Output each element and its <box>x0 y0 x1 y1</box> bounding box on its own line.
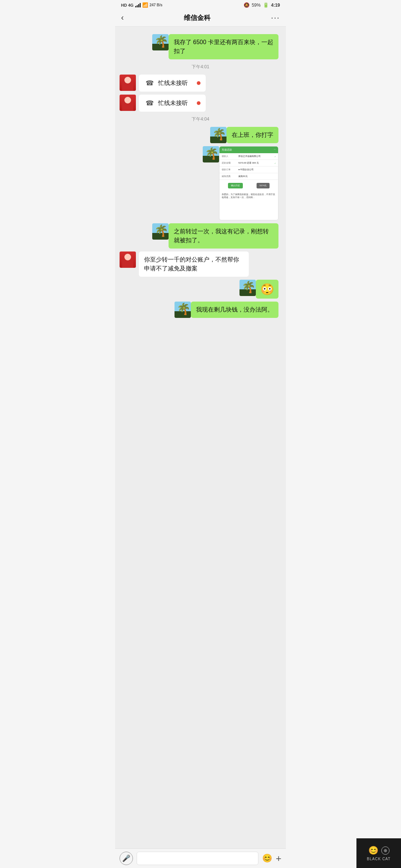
signal-bars <box>135 3 141 7</box>
message-row: 你至少转一千的对公账户，不然帮你申请不了减免及撤案 <box>120 251 281 277</box>
data-speed: 247 B/s <box>150 3 163 7</box>
screenshot-row: 借款订单 ● 中国企业公司 <box>219 167 278 173</box>
battery-icon: 🔋 <box>263 2 269 8</box>
emoji-button[interactable]: 😊 <box>262 854 272 863</box>
emoji-message: 😳 <box>256 280 278 299</box>
timestamp: 下午4:01 <box>120 64 281 70</box>
status-left: HD 4G 📶 247 B/s <box>121 2 163 8</box>
screenshot-row: 减免优惠 减免50元 <box>219 173 278 180</box>
message-bubble-sent: 在上班，你打字 <box>226 127 278 143</box>
status-right: 🔕 59% 🔋 4:19 <box>244 2 280 8</box>
message-input[interactable] <box>137 852 258 865</box>
avatar <box>203 146 219 162</box>
call-bubble: ☎ 忙线未接听 <box>139 75 206 92</box>
message-bubble-sent: 我存了 6500 卡里还有两百来块，一起扣了 <box>169 34 278 59</box>
back-button[interactable]: ‹ <box>121 13 124 23</box>
message-bubble-sent: 我现在剩几块钱，没办法阿。 <box>191 302 278 318</box>
battery-label: 59% <box>252 3 261 8</box>
phone-icon: ☎ <box>146 99 154 107</box>
call-text: 忙线未接听 <box>158 79 188 87</box>
avatar <box>175 302 191 318</box>
wifi-icon: 📶 <box>142 2 148 8</box>
message-row: 😳 <box>120 280 281 299</box>
message-row: 在上班，你打字 <box>120 127 281 143</box>
call-bubble: ☎ 忙线未接听 <box>139 95 206 112</box>
message-bubble-sent: 之前转过一次，我这有记录，刚想转就被扣了。 <box>169 223 278 249</box>
bottom-bar: 🎤 😊 + <box>115 848 286 868</box>
message-text: 在上班，你打字 <box>232 132 273 138</box>
screenshot-row: 还款金额 5373.00 还需 300 元 ✓ <box>219 160 278 167</box>
mute-icon: 🔕 <box>244 2 250 8</box>
avatar <box>239 280 256 296</box>
message-row: 我现在剩几块钱，没办法阿。 <box>120 302 281 318</box>
time-label: 4:19 <box>271 3 280 8</box>
avatar <box>210 127 226 143</box>
message-bubble-received: 你至少转一千的对公账户，不然帮你申请不了减免及撤案 <box>139 251 249 277</box>
message-text: 我存了 6500 卡里还有两百来块，一起扣了 <box>174 39 273 54</box>
screenshot-buttons: 确认归还 5374元 <box>219 180 278 191</box>
screenshot-note: 亲爱的，为了保障您的权益，请您在还款后，不用于其他用途，支持只有一次，否则将..… <box>219 191 278 201</box>
network-label: HD 4G <box>121 3 134 7</box>
avatar <box>120 95 136 111</box>
screenshot-header: 充值还款 ··· <box>219 147 278 153</box>
message-row: ☎ 忙线未接听 <box>120 75 281 92</box>
page-title: 维信金科 <box>184 13 211 22</box>
voice-button[interactable]: 🎤 <box>120 852 133 865</box>
message-row: 充值还款 ··· 借款人 郑信之洋金融有限公司 ✓ 还款金额 5373.00 还… <box>120 146 281 220</box>
message-row: 之前转过一次，我这有记录，刚想转就被扣了。 <box>120 223 281 249</box>
phone-icon: ☎ <box>146 79 154 87</box>
add-button[interactable]: + <box>276 853 281 864</box>
voice-icon: 🎤 <box>122 854 130 862</box>
chat-area: 我存了 6500 卡里还有两百来块，一起扣了 下午4:01 ☎ 忙线未接听 ☎ … <box>115 27 286 868</box>
avatar <box>152 34 169 50</box>
avatar <box>120 75 136 91</box>
timestamp: 下午4:04 <box>120 116 281 122</box>
status-bar: HD 4G 📶 247 B/s 🔕 59% 🔋 4:19 <box>115 0 286 9</box>
message-text: 之前转过一次，我这有记录，刚想转就被扣了。 <box>174 228 269 243</box>
more-button[interactable]: ··· <box>271 13 280 23</box>
avatar <box>120 251 136 268</box>
message-text: 我现在剩几块钱，没办法阿。 <box>196 306 273 313</box>
call-text: 忙线未接听 <box>158 99 188 107</box>
missed-indicator <box>197 81 200 85</box>
screenshot-row: 借款人 郑信之洋金融有限公司 ✓ <box>219 153 278 160</box>
avatar <box>152 223 169 240</box>
nav-bar: ‹ 维信金科 ··· <box>115 9 286 27</box>
message-row: ☎ 忙线未接听 <box>120 95 281 112</box>
image-message[interactable]: 充值还款 ··· 借款人 郑信之洋金融有限公司 ✓ 还款金额 5373.00 还… <box>219 146 278 220</box>
missed-indicator <box>197 101 200 105</box>
message-text: 你至少转一千的对公账户，不然帮你申请不了减免及撤案 <box>144 256 239 272</box>
message-row: 我存了 6500 卡里还有两百来块，一起扣了 <box>120 34 281 59</box>
